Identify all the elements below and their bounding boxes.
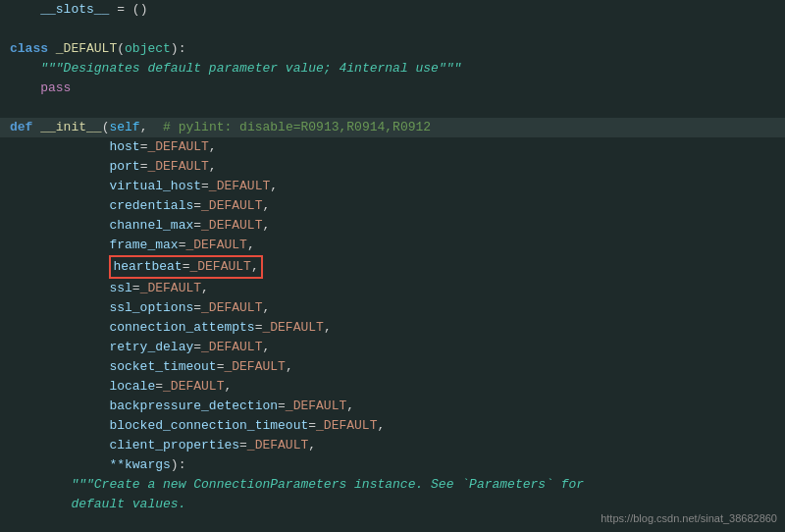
code-line-6 xyxy=(0,98,785,118)
code-line-15: ssl=_DEFAULT, xyxy=(0,279,785,298)
code-line-11: credentials=_DEFAULT, xyxy=(0,196,785,216)
pass-keyword: pass xyxy=(10,79,71,98)
highlighted-heartbeat: heartbeat=_DEFAULT, xyxy=(109,255,262,279)
code-line-17: connection_attempts=_DEFAULT, xyxy=(0,318,785,338)
code-line-18: retry_delay=_DEFAULT, xyxy=(0,338,785,357)
code-line-7: def __init__(self, # pylint: disable=R09… xyxy=(0,118,785,137)
code-line-14: heartbeat=_DEFAULT, xyxy=(0,255,785,279)
code-line-3: class _DEFAULT(object): xyxy=(0,39,785,59)
code-line-24: **kwargs): xyxy=(0,455,785,475)
docstring: """Designates default parameter value; 4… xyxy=(10,59,461,79)
code-line-23: client_properties=_DEFAULT, xyxy=(0,436,785,455)
code-line-19: socket_timeout=_DEFAULT, xyxy=(0,357,785,377)
code-line-21: backpressure_detection=_DEFAULT, xyxy=(0,397,785,416)
default-values-docstring: default values. xyxy=(10,495,185,514)
code-line-22: blocked_connection_timeout=_DEFAULT, xyxy=(0,416,785,436)
code-line-20: locale=_DEFAULT, xyxy=(0,377,785,397)
self-param: self xyxy=(109,118,139,137)
code-line-9: port=_DEFAULT, xyxy=(0,157,785,177)
code-line-10: virtual_host=_DEFAULT, xyxy=(0,177,785,196)
code-line-4: """Designates default parameter value; 4… xyxy=(0,59,785,79)
code-line-16: ssl_options=_DEFAULT, xyxy=(0,298,785,318)
slots-var: __slots__ xyxy=(10,0,109,20)
code-line-1: __slots__ = () xyxy=(0,0,785,20)
code-line-25: """Create a new ConnectionParameters ins… xyxy=(0,475,785,495)
code-line-2 xyxy=(0,20,785,39)
init-function: __init__ xyxy=(40,118,101,137)
code-line-5: pass xyxy=(0,79,785,98)
class-keyword: class xyxy=(10,39,56,59)
code-line-12: channel_max=_DEFAULT, xyxy=(0,216,785,236)
code-editor: __slots__ = () class _DEFAULT(object): "… xyxy=(0,0,785,532)
pylint-comment: # pylint: disable=R0913,R0914,R0912 xyxy=(163,118,431,137)
code-line-26: default values. xyxy=(0,495,785,514)
internal-text: 4 xyxy=(339,61,346,76)
def-keyword: def xyxy=(10,118,40,137)
code-line-13: frame_max=_DEFAULT, xyxy=(0,236,785,255)
watermark: https://blog.csdn.net/sinat_38682860 xyxy=(601,512,777,524)
code-line-8: host=_DEFAULT, xyxy=(0,137,785,157)
create-docstring: """Create a new ConnectionParameters ins… xyxy=(10,475,584,495)
